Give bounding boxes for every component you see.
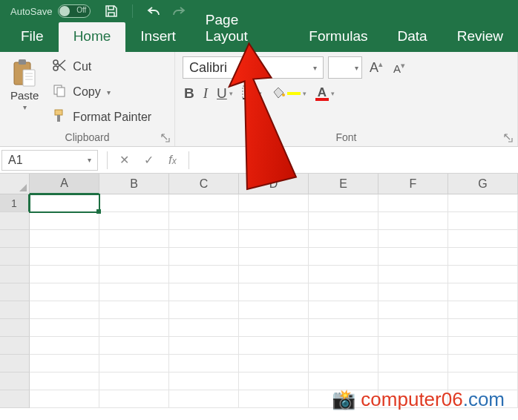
column-header[interactable]: D: [239, 174, 309, 194]
cell[interactable]: [169, 283, 239, 301]
cell[interactable]: [239, 212, 309, 230]
redo-icon[interactable]: [171, 4, 186, 18]
cut-button[interactable]: Cut: [49, 56, 154, 77]
cell[interactable]: [30, 301, 99, 319]
autosave-toggle[interactable]: Off: [58, 4, 91, 18]
font-name-selector[interactable]: Calibri ▾: [183, 56, 324, 79]
decrease-font-button[interactable]: A▾: [390, 59, 408, 76]
cell[interactable]: [99, 212, 169, 230]
row-header[interactable]: [0, 301, 30, 319]
cell[interactable]: [378, 337, 448, 355]
cell[interactable]: [239, 337, 309, 355]
cell[interactable]: [169, 248, 239, 266]
cell[interactable]: [169, 266, 239, 283]
tab-home[interactable]: Home: [59, 22, 126, 52]
cell[interactable]: [448, 301, 518, 319]
cell[interactable]: [239, 230, 309, 248]
cell[interactable]: [378, 355, 448, 373]
cell[interactable]: [169, 301, 239, 319]
cell[interactable]: [309, 194, 378, 212]
cell[interactable]: [99, 319, 169, 337]
bold-button[interactable]: B: [184, 85, 194, 102]
cell[interactable]: [99, 390, 169, 408]
borders-button[interactable]: ▾: [242, 85, 262, 102]
cell[interactable]: [378, 212, 448, 230]
cell[interactable]: [448, 194, 518, 212]
cell[interactable]: [448, 266, 518, 283]
cell[interactable]: [169, 337, 239, 355]
cell[interactable]: [169, 230, 239, 248]
cell[interactable]: [448, 230, 518, 248]
column-header[interactable]: B: [99, 174, 169, 194]
cell[interactable]: [378, 266, 448, 283]
name-box[interactable]: A1 ▾: [1, 150, 98, 171]
row-header[interactable]: [0, 266, 30, 283]
tab-data[interactable]: Data: [383, 22, 442, 52]
cell[interactable]: [30, 373, 99, 390]
increase-font-button[interactable]: A▴: [367, 58, 386, 77]
cancel-icon[interactable]: ✕: [112, 153, 137, 167]
cell[interactable]: [239, 194, 309, 212]
cell[interactable]: [378, 230, 448, 248]
cell[interactable]: [30, 248, 99, 266]
row-header[interactable]: [0, 212, 30, 230]
tab-formulas[interactable]: Formulas: [294, 22, 382, 52]
cell[interactable]: [30, 319, 99, 337]
row-header[interactable]: [0, 283, 30, 301]
cell[interactable]: [30, 390, 99, 408]
cell[interactable]: [309, 266, 378, 283]
underline-button[interactable]: U▾: [217, 85, 233, 102]
select-all-corner[interactable]: [0, 174, 30, 194]
cell[interactable]: [169, 390, 239, 408]
column-header[interactable]: A: [30, 174, 99, 194]
column-header[interactable]: C: [169, 174, 239, 194]
cell[interactable]: [378, 194, 448, 212]
dialog-launcher-icon[interactable]: [161, 133, 170, 145]
cell[interactable]: [99, 337, 169, 355]
row-header[interactable]: [0, 390, 30, 408]
tab-file[interactable]: File: [6, 22, 59, 52]
cell[interactable]: [30, 283, 99, 301]
cell[interactable]: [30, 194, 99, 212]
worksheet-grid[interactable]: ABCDEFG 1: [0, 174, 518, 408]
cell[interactable]: [378, 248, 448, 266]
paste-button[interactable]: Paste ▾: [7, 56, 42, 128]
cell[interactable]: [239, 319, 309, 337]
cell[interactable]: [30, 337, 99, 355]
cell[interactable]: [30, 355, 99, 373]
cell[interactable]: [99, 301, 169, 319]
dialog-launcher-icon[interactable]: [504, 133, 513, 145]
tab-review[interactable]: Review: [442, 22, 518, 52]
font-size-selector[interactable]: ▾: [328, 56, 362, 79]
cell[interactable]: [448, 283, 518, 301]
cell[interactable]: [239, 373, 309, 390]
format-painter-button[interactable]: Format Painter: [49, 107, 154, 128]
cell[interactable]: [239, 390, 309, 408]
row-header[interactable]: [0, 355, 30, 373]
row-header[interactable]: [0, 230, 30, 248]
formula-bar-input[interactable]: [194, 150, 518, 171]
cell[interactable]: [30, 266, 99, 283]
cell[interactable]: [239, 266, 309, 283]
tab-page-layout[interactable]: Page Layout: [191, 6, 295, 52]
cell[interactable]: [169, 355, 239, 373]
cell[interactable]: [169, 194, 239, 212]
cell[interactable]: [99, 373, 169, 390]
font-color-button[interactable]: A ▾: [315, 87, 335, 101]
cell[interactable]: [30, 212, 99, 230]
copy-button[interactable]: Copy ▾: [49, 82, 154, 102]
row-header[interactable]: [0, 337, 30, 355]
cell[interactable]: [309, 230, 378, 248]
cell[interactable]: [309, 212, 378, 230]
column-header[interactable]: G: [448, 174, 518, 194]
cell[interactable]: [99, 194, 169, 212]
row-header[interactable]: [0, 319, 30, 337]
cell[interactable]: [309, 248, 378, 266]
cell[interactable]: [309, 337, 378, 355]
italic-button[interactable]: I: [203, 85, 208, 102]
cell[interactable]: [169, 373, 239, 390]
cell[interactable]: [309, 283, 378, 301]
cell[interactable]: [239, 248, 309, 266]
cell[interactable]: [448, 248, 518, 266]
cell[interactable]: [169, 319, 239, 337]
